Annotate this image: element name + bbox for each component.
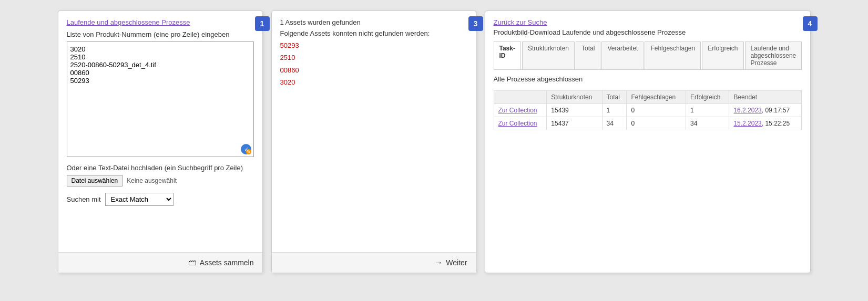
beendet-1[interactable]: 16.2.2023, 09:17:57: [729, 104, 801, 117]
edit-indicator: ✓ ✎: [240, 143, 252, 157]
panel-1-footer: 🗃 Assets sammeln: [58, 252, 262, 273]
collect-icon: 🗃: [188, 258, 197, 267]
col-header-fehlgeschlagen: Fehlgeschlagen: [627, 91, 686, 104]
results-table: Strukturknoten Total Fehlgeschlagen Erfo…: [494, 90, 802, 130]
fehlgeschlagen-1: 0: [627, 104, 686, 117]
panel-3: Zurück zur Suche Produktbild-Download La…: [485, 11, 811, 273]
all-done-text: Alle Prozesse abgeschlossen: [494, 75, 802, 83]
col-header-total: Total: [602, 91, 627, 104]
beendet-2[interactable]: 15.2.2023, 15:22:25: [729, 117, 801, 130]
panel-1: Laufende und abgeschlossene Prozesse Lis…: [58, 11, 263, 273]
search-mode-label: Suchen mit: [67, 195, 101, 203]
table-row: Zur Collection 15437 34 0 34 15.2.2023, …: [494, 117, 801, 130]
weiter-label: Weiter: [446, 258, 467, 267]
arrow-right-icon: →: [434, 258, 443, 267]
not-found-item: 00860: [280, 64, 467, 76]
search-mode-select[interactable]: Exact Match Contains Starts With: [105, 193, 173, 206]
running-processes-link[interactable]: Laufende und abgeschlossene Prozesse: [67, 18, 190, 26]
table-header: Strukturknoten Total Fehlgeschlagen Erfo…: [494, 91, 801, 104]
file-upload-label: Oder eine Text-Datei hochladen (ein Such…: [67, 164, 254, 172]
collect-assets-button[interactable]: 🗃 Assets sammeln: [188, 258, 254, 267]
tab-task-id[interactable]: Task-ID: [494, 41, 521, 69]
weiter-button[interactable]: → Weiter: [434, 258, 467, 267]
strukturknoten-1: 15439: [547, 104, 602, 117]
tab-total[interactable]: Total: [576, 41, 600, 69]
list-label: Liste von Produkt-Nummern (eine pro Zeil…: [67, 30, 254, 38]
step-badge-3: 3: [468, 16, 483, 31]
erfolgreich-2: 34: [686, 117, 729, 130]
strukturknoten-2: 15437: [547, 117, 602, 130]
tab-fehlgeschlagen[interactable]: Fehlgeschlagen: [645, 41, 701, 69]
found-text: 1 Assets wurden gefunden: [280, 18, 467, 26]
page-title: Produktbild-Download Laufende und abgesc…: [494, 28, 802, 36]
tab-strukturknoten[interactable]: Strukturknoten: [522, 41, 575, 69]
col-header-link: [494, 91, 547, 104]
back-to-search-link[interactable]: Zurück zur Suche: [494, 18, 547, 26]
erfolgreich-1: 1: [686, 104, 729, 117]
fehlgeschlagen-2: 0: [627, 117, 686, 130]
not-found-item: 50293: [280, 39, 467, 51]
not-found-item: 3020: [280, 76, 467, 88]
tab-erfolgreich[interactable]: Erfolgreich: [702, 41, 743, 69]
textarea-wrapper: 3020 2510 2520-00860-50293_det_4.tif 008…: [67, 41, 254, 159]
table-row: Zur Collection 15439 1 0 1 16.2.2023, 09…: [494, 104, 801, 117]
table-body: Zur Collection 15439 1 0 1 16.2.2023, 09…: [494, 104, 801, 130]
col-header-strukturknoten: Strukturknoten: [547, 91, 602, 104]
search-mode-row: Suchen mit Exact Match Contains Starts W…: [67, 193, 254, 206]
panel-2: 1 Assets wurden gefunden Folgende Assets…: [271, 11, 476, 273]
collect-btn-label: Assets sammeln: [200, 258, 254, 267]
collection-link-1[interactable]: Zur Collection: [494, 104, 547, 117]
tabs-row: Task-ID Strukturknoten Total Verarbeitet…: [494, 41, 802, 70]
tab-laufende-prozesse[interactable]: Laufende und abgeschlossene Prozesse: [745, 41, 802, 69]
not-found-list: 50293 2510 00860 3020: [280, 39, 467, 89]
step-badge-1: 1: [255, 16, 270, 31]
total-2: 34: [602, 117, 627, 130]
product-numbers-textarea[interactable]: 3020 2510 2520-00860-50293_det_4.tif 008…: [67, 41, 254, 157]
step-badge-4: 4: [803, 16, 818, 31]
not-found-item: 2510: [280, 51, 467, 64]
col-header-beendet: Beendet: [729, 91, 801, 104]
not-found-label: Folgende Assets konnten nicht gefunden w…: [280, 29, 467, 37]
file-choose-button[interactable]: Datei auswählen: [67, 175, 123, 186]
total-1: 1: [602, 104, 627, 117]
no-file-text: Keine ausgewählt: [127, 177, 177, 184]
tab-verarbeitet[interactable]: Verarbeitet: [601, 41, 644, 69]
panel-2-footer: → Weiter: [272, 252, 476, 273]
file-upload-row: Datei auswählen Keine ausgewählt: [67, 175, 254, 186]
svg-text:✎: ✎: [247, 149, 251, 154]
col-header-erfolgreich: Erfolgreich: [686, 91, 729, 104]
collection-link-2[interactable]: Zur Collection: [494, 117, 547, 130]
